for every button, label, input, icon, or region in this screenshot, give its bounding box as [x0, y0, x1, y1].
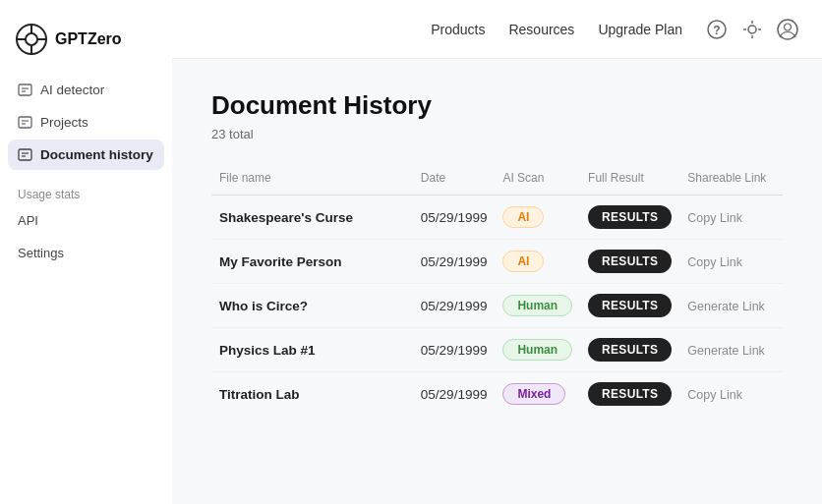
logo: GPTZero	[0, 16, 172, 75]
table-row: Titration Lab 05/29/1999 Mixed RESULTS C…	[211, 372, 783, 417]
topnav-upgrade[interactable]: Upgrade Plan	[598, 22, 682, 37]
svg-rect-6	[19, 84, 31, 95]
file-date: 05/29/1999	[413, 240, 496, 284]
page-title: Document History	[211, 90, 783, 121]
ai-detector-icon	[18, 83, 32, 97]
sidebar-item-api[interactable]: API	[8, 205, 164, 236]
theme-toggle-icon[interactable]	[741, 19, 763, 40]
sidebar-item-document-history[interactable]: Document history	[8, 140, 164, 170]
file-name: Shakespeare's Curse	[219, 210, 353, 225]
file-date: 05/29/1999	[413, 284, 496, 328]
results-button[interactable]: RESULTS	[588, 382, 672, 406]
ai-scan-badge: Human	[502, 339, 572, 361]
results-button[interactable]: RESULTS	[588, 338, 672, 362]
col-header-fullresult: Full Result	[580, 165, 679, 196]
document-history-icon	[18, 147, 32, 162]
gptzero-logo-icon	[16, 24, 47, 55]
file-date: 05/29/1999	[413, 196, 496, 240]
topnav-icons: ?	[706, 19, 798, 40]
topnav-products[interactable]: Products	[431, 22, 485, 37]
sidebar-item-label: AI detector	[40, 83, 104, 97]
sidebar-item-ai-detector[interactable]: AI detector	[8, 75, 164, 105]
file-date: 05/29/1999	[413, 328, 496, 372]
page-subtitle: 23 total	[211, 127, 783, 141]
svg-rect-9	[19, 117, 31, 128]
svg-point-1	[26, 33, 37, 45]
main: Products Resources Upgrade Plan ? Docume…	[172, 0, 822, 504]
sidebar-item-label: Projects	[40, 115, 88, 130]
sidebar: GPTZero AI detector Projects Document hi…	[0, 0, 172, 504]
sidebar-bottom: Usage stats API Settings	[0, 174, 172, 268]
sidebar-nav: AI detector Projects Document history	[0, 75, 172, 170]
sidebar-api-label: API	[18, 213, 38, 228]
share-link-action[interactable]: Copy Link	[687, 211, 742, 225]
user-avatar-icon[interactable]	[777, 19, 798, 40]
results-button[interactable]: RESULTS	[588, 294, 672, 317]
sidebar-section-label: Usage stats	[0, 174, 172, 205]
share-link-action[interactable]: Generate Link	[687, 300, 765, 313]
logo-text: GPTZero	[55, 30, 122, 48]
svg-rect-12	[19, 149, 31, 160]
document-table: File name Date AI Scan Full Result Share…	[211, 165, 783, 416]
svg-point-23	[785, 24, 792, 30]
share-link-action[interactable]: Copy Link	[687, 255, 742, 269]
col-header-aiscan: AI Scan	[495, 165, 580, 196]
results-button[interactable]: RESULTS	[588, 250, 672, 273]
table-row: My Favorite Person 05/29/1999 AI RESULTS…	[211, 240, 783, 284]
file-name: Physics Lab #1	[219, 343, 316, 358]
svg-point-17	[748, 26, 756, 33]
col-header-sharelink: Shareable Link	[679, 165, 783, 196]
topnav: Products Resources Upgrade Plan ?	[172, 0, 822, 59]
content: Document History 23 total File name Date…	[172, 59, 822, 504]
table-row: Shakespeare's Curse 05/29/1999 AI RESULT…	[211, 196, 783, 240]
table-row: Who is Circe? 05/29/1999 Human RESULTS G…	[211, 284, 783, 328]
share-link-action[interactable]: Generate Link	[687, 344, 765, 358]
topnav-resources[interactable]: Resources	[508, 22, 574, 37]
ai-scan-badge: Human	[502, 295, 572, 316]
results-button[interactable]: RESULTS	[588, 205, 672, 229]
file-name: Titration Lab	[219, 387, 300, 402]
col-header-filename: File name	[211, 165, 413, 196]
sidebar-item-settings[interactable]: Settings	[8, 238, 164, 268]
svg-text:?: ?	[713, 24, 720, 37]
sidebar-settings-label: Settings	[18, 246, 64, 260]
ai-scan-badge: Mixed	[502, 383, 565, 405]
ai-scan-badge: AI	[502, 251, 544, 272]
file-name: My Favorite Person	[219, 254, 342, 269]
file-date: 05/29/1999	[413, 372, 496, 417]
sidebar-item-projects[interactable]: Projects	[8, 107, 164, 138]
projects-icon	[18, 115, 32, 130]
file-name: Who is Circe?	[219, 299, 308, 313]
sidebar-item-label: Document history	[40, 147, 153, 162]
ai-scan-badge: AI	[502, 206, 544, 228]
share-link-action[interactable]: Copy Link	[687, 388, 742, 402]
table-row: Physics Lab #1 05/29/1999 Human RESULTS …	[211, 328, 783, 372]
help-icon[interactable]: ?	[706, 19, 728, 40]
col-header-date: Date	[413, 165, 496, 196]
